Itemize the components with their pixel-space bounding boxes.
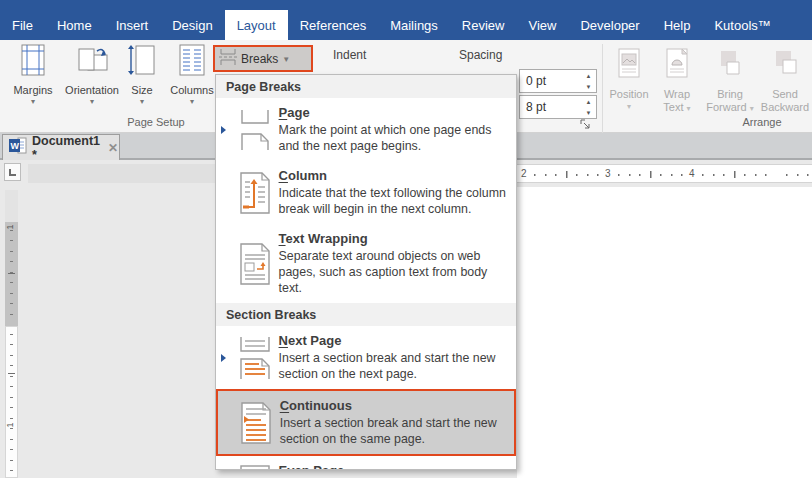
orientation-label: Orientation — [65, 84, 119, 96]
ruler-number: 2 — [521, 168, 527, 179]
tab-design[interactable]: Design — [160, 10, 224, 40]
text-wrapping-break-icon — [231, 231, 279, 296]
svg-text:2: 2 — [252, 468, 258, 471]
breaks-dropdown-menu: Page Breaks Page Mark the point at which… — [215, 74, 517, 470]
document-page[interactable] — [517, 187, 812, 478]
bring-forward-label: Bring Forward ▾ — [706, 88, 753, 114]
page-break-icon — [219, 49, 237, 69]
ruler-number: 1 — [5, 224, 15, 229]
tab-insert[interactable]: Insert — [104, 10, 161, 40]
orientation-icon — [75, 43, 109, 81]
continuous-section-break-icon — [233, 398, 280, 447]
wrap-text-label: Wrap Text ▾ — [663, 88, 690, 114]
send-backward-label: Send Backward — [761, 88, 809, 114]
columns-icon — [176, 43, 208, 81]
horizontal-ruler[interactable]: 2 3 4 — [517, 164, 812, 183]
dropdown-caret-icon: ▾ — [90, 98, 94, 106]
paragraph-dialog-launcher[interactable] — [580, 116, 591, 134]
page-setup-group-label: Page Setup — [110, 116, 202, 128]
tab-home[interactable]: Home — [45, 10, 104, 40]
position-icon — [614, 48, 644, 84]
wrap-text-icon — [662, 48, 692, 84]
spacing-before-value: 0 pt — [526, 74, 546, 88]
vertical-ruler[interactable]: 1 1 — [5, 190, 18, 478]
tab-references[interactable]: References — [288, 10, 378, 40]
tab-stop-selector[interactable] — [4, 163, 21, 181]
page-break-page-icon — [231, 105, 279, 154]
even-page-section-break-icon: 2 4 — [231, 463, 279, 470]
menu-item-next-page[interactable]: Next Page Insert a section break and sta… — [216, 326, 516, 389]
columns-label: Columns — [170, 84, 213, 96]
horizontal-ruler-margin — [28, 164, 218, 183]
tab-view[interactable]: View — [516, 10, 568, 40]
menu-item-text-wrapping[interactable]: Text Wrapping Separate text around objec… — [216, 224, 516, 303]
dropdown-caret-icon: ▼ — [282, 56, 290, 64]
wrap-text-button[interactable]: Wrap Text ▾ — [653, 48, 701, 114]
item-marker-icon — [221, 126, 226, 134]
margins-label: Margins — [13, 84, 52, 96]
next-page-section-break-icon — [231, 333, 279, 382]
ribbon-tab-bar: File Home Insert Design Layout Reference… — [0, 0, 812, 40]
dropdown-caret-icon: ▾ — [627, 103, 631, 111]
spacing-label: Spacing — [459, 48, 502, 62]
tab-mailings[interactable]: Mailings — [378, 10, 450, 40]
spacing-after-value: 8 pt — [526, 100, 546, 114]
margins-icon — [17, 43, 49, 81]
dropdown-caret-icon: ▾ — [687, 104, 691, 113]
position-label: Position — [609, 88, 648, 101]
breaks-button[interactable]: Breaks ▼ — [213, 45, 313, 72]
indent-label: Indent — [333, 48, 366, 62]
document-tab-title: Document1 * — [32, 134, 100, 162]
margins-button[interactable]: Margins ▾ — [6, 43, 60, 117]
dropdown-caret-icon: ▾ — [140, 98, 144, 106]
dropdown-caret-icon: ▾ — [31, 98, 35, 106]
spacing-before-spinner[interactable]: 0 pt ▲▼ — [519, 69, 597, 93]
left-tab-stop-icon — [9, 169, 16, 176]
send-backward-icon — [770, 48, 800, 84]
size-label: Size — [131, 84, 152, 96]
page-breaks-section-header: Page Breaks — [216, 75, 516, 98]
column-break-icon — [231, 168, 279, 217]
section-breaks-section-header: Section Breaks — [216, 303, 516, 326]
columns-button[interactable]: Columns ▾ — [164, 43, 220, 117]
item-marker-icon — [221, 354, 226, 362]
word-window: File Home Insert Design Layout Reference… — [0, 0, 812, 478]
ruler-number: 1 — [5, 422, 15, 427]
word-file-icon: W — [9, 137, 27, 158]
menu-item-continuous[interactable]: Continuous Insert a section break and st… — [216, 389, 516, 456]
spinner-arrows-icon[interactable]: ▲▼ — [581, 70, 596, 92]
tab-layout[interactable]: Layout — [225, 10, 288, 40]
position-button[interactable]: Position ▾ — [606, 48, 652, 111]
bring-forward-icon — [715, 48, 745, 84]
spinner-arrows-icon[interactable]: ▲▼ — [581, 96, 596, 118]
tab-developer[interactable]: Developer — [568, 10, 651, 40]
tab-review[interactable]: Review — [450, 10, 517, 40]
ruler-number: 4 — [689, 168, 695, 179]
orientation-button[interactable]: Orientation ▾ — [61, 43, 123, 117]
document-tab[interactable]: W Document1 * ✕ — [2, 134, 120, 160]
dropdown-caret-icon: ▾ — [750, 104, 754, 113]
dropdown-caret-icon: ▾ — [190, 98, 194, 106]
size-icon — [127, 43, 157, 81]
bring-forward-button[interactable]: Bring Forward ▾ — [702, 48, 758, 114]
close-tab-icon[interactable]: ✕ — [108, 141, 118, 155]
menu-item-page[interactable]: Page Mark the point at which one page en… — [216, 98, 516, 161]
breaks-label: Breaks — [241, 52, 278, 66]
arrange-group-label: Arrange — [714, 116, 810, 128]
tab-kutools[interactable]: Kutools™ — [702, 10, 782, 40]
menu-item-even-page[interactable]: 2 4 Even Page Insert a section break and… — [216, 456, 516, 470]
tab-file[interactable]: File — [0, 10, 45, 40]
svg-text:W: W — [11, 141, 20, 151]
send-backward-button[interactable]: Send Backward — [758, 48, 812, 114]
ruler-number: 3 — [605, 168, 611, 179]
size-button[interactable]: Size ▾ — [118, 43, 166, 117]
menu-item-column[interactable]: Column Indicate that the text following … — [216, 161, 516, 224]
tab-help[interactable]: Help — [652, 10, 703, 40]
